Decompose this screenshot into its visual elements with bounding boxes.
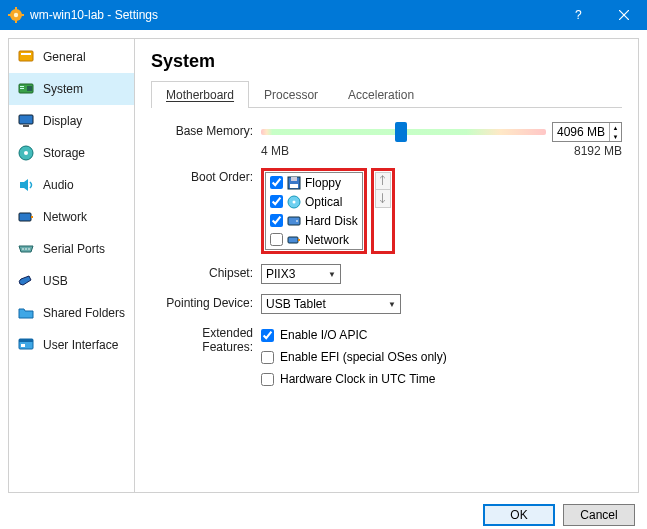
boot-floppy-checkbox[interactable] xyxy=(270,176,283,189)
svg-point-33 xyxy=(296,220,298,222)
boot-item-label: Optical xyxy=(305,195,342,209)
pointing-combo[interactable]: USB Tablet ▼ xyxy=(261,294,401,314)
svg-rect-29 xyxy=(290,184,298,188)
svg-rect-32 xyxy=(288,217,300,225)
serial-icon xyxy=(17,240,35,258)
slider-thumb[interactable] xyxy=(395,122,407,142)
svg-rect-34 xyxy=(288,237,298,243)
svg-rect-15 xyxy=(19,115,33,124)
sidebar-item-usb[interactable]: USB xyxy=(9,265,134,297)
sidebar-item-network[interactable]: Network xyxy=(9,201,134,233)
chevron-down-icon: ▼ xyxy=(328,270,336,279)
extended-label: Extended Features: xyxy=(151,324,261,354)
memory-value: 4096 MB xyxy=(557,125,605,139)
close-button[interactable] xyxy=(601,0,647,30)
efi-checkbox[interactable] xyxy=(261,351,274,364)
ok-button[interactable]: OK xyxy=(483,504,555,526)
memory-min-label: 4 MB xyxy=(261,144,289,158)
utc-label: Hardware Clock in UTC Time xyxy=(280,372,435,386)
row-pointing: Pointing Device: USB Tablet ▼ xyxy=(151,294,622,314)
sidebar-item-label: User Interface xyxy=(43,338,118,352)
cancel-button[interactable]: Cancel xyxy=(563,504,635,526)
utc-checkbox[interactable] xyxy=(261,373,274,386)
feature-ioapic[interactable]: Enable I/O APIC xyxy=(261,324,622,346)
feature-utc[interactable]: Hardware Clock in UTC Time xyxy=(261,368,622,390)
sidebar-item-shared-folders[interactable]: Shared Folders xyxy=(9,297,134,329)
harddisk-icon xyxy=(287,214,301,228)
sidebar-item-label: General xyxy=(43,50,86,64)
row-chipset: Chipset: PIIX3 ▼ xyxy=(151,264,622,284)
spin-buttons[interactable]: ▲▼ xyxy=(609,123,621,141)
svg-point-1 xyxy=(14,13,18,17)
svg-rect-25 xyxy=(19,339,33,342)
sidebar-item-serial-ports[interactable]: Serial Ports xyxy=(9,233,134,265)
boot-optical-checkbox[interactable] xyxy=(270,195,283,208)
boot-harddisk-checkbox[interactable] xyxy=(270,214,283,227)
sidebar-item-storage[interactable]: Storage xyxy=(9,137,134,169)
pointing-label: Pointing Device: xyxy=(151,294,261,310)
svg-rect-9 xyxy=(19,51,33,61)
tab-acceleration[interactable]: Acceleration xyxy=(333,81,429,108)
chipset-value: PIIX3 xyxy=(266,267,295,281)
memory-spinbox[interactable]: 4096 MB ▲▼ xyxy=(552,122,622,142)
sidebar-item-label: USB xyxy=(43,274,68,288)
boot-move-down[interactable]: 🡓 xyxy=(375,190,391,208)
help-button[interactable]: ? xyxy=(555,0,601,30)
storage-icon xyxy=(17,144,35,162)
svg-rect-16 xyxy=(23,125,29,127)
boot-item-optical[interactable]: Optical xyxy=(266,192,362,211)
efi-label: Enable EFI (special OSes only) xyxy=(280,350,447,364)
display-icon xyxy=(17,112,35,130)
tab-motherboard[interactable]: Motherboard xyxy=(151,81,249,108)
ioapic-checkbox[interactable] xyxy=(261,329,274,342)
svg-rect-28 xyxy=(291,177,297,181)
boot-item-floppy[interactable]: Floppy xyxy=(266,173,362,192)
chipset-label: Chipset: xyxy=(151,264,261,280)
sidebar-item-label: System xyxy=(43,82,83,96)
svg-rect-19 xyxy=(19,213,31,221)
sidebar-item-label: Serial Ports xyxy=(43,242,105,256)
sidebar-item-user-interface[interactable]: User Interface xyxy=(9,329,134,361)
svg-point-22 xyxy=(25,248,27,250)
page-heading: System xyxy=(151,51,622,72)
network-icon xyxy=(17,208,35,226)
svg-rect-10 xyxy=(21,53,31,55)
boot-order-label: Boot Order: xyxy=(151,168,261,184)
svg-point-31 xyxy=(293,200,296,203)
sidebar-item-label: Shared Folders xyxy=(43,306,125,320)
sidebar-item-system[interactable]: System xyxy=(9,73,134,105)
svg-rect-12 xyxy=(20,86,24,87)
network-small-icon xyxy=(287,233,301,247)
memory-slider[interactable] xyxy=(261,123,546,141)
system-icon xyxy=(17,80,35,98)
sidebar: General System Display Storage Audio Net… xyxy=(9,39,135,492)
row-extended: Extended Features: Enable I/O APIC Enabl… xyxy=(151,324,622,390)
sidebar-item-audio[interactable]: Audio xyxy=(9,169,134,201)
boot-item-network[interactable]: Network xyxy=(266,230,362,249)
audio-icon xyxy=(17,176,35,194)
feature-efi[interactable]: Enable EFI (special OSes only) xyxy=(261,346,622,368)
row-base-memory: Base Memory: 4096 MB ▲▼ 4 MB 8192 MB xyxy=(151,122,622,158)
svg-rect-14 xyxy=(27,86,32,91)
sidebar-item-general[interactable]: General xyxy=(9,41,134,73)
sidebar-item-label: Network xyxy=(43,210,87,224)
dialog-footer: OK Cancel xyxy=(0,493,647,529)
content: General System Display Storage Audio Net… xyxy=(8,38,639,493)
floppy-icon xyxy=(287,176,301,190)
tab-processor[interactable]: Processor xyxy=(249,81,333,108)
boot-item-label: Floppy xyxy=(305,176,341,190)
sidebar-item-display[interactable]: Display xyxy=(9,105,134,137)
boot-move-up[interactable]: 🡑 xyxy=(375,172,391,190)
row-boot-order: Boot Order: Floppy xyxy=(151,168,622,254)
sidebar-item-label: Storage xyxy=(43,146,85,160)
boot-network-checkbox[interactable] xyxy=(270,233,283,246)
boot-item-harddisk[interactable]: Hard Disk xyxy=(266,211,362,230)
optical-icon xyxy=(287,195,301,209)
boot-order-list[interactable]: Floppy Optical Hard Disk xyxy=(265,172,363,250)
boot-order-highlight: Floppy Optical Hard Disk xyxy=(261,168,367,254)
chipset-combo[interactable]: PIIX3 ▼ xyxy=(261,264,341,284)
svg-rect-26 xyxy=(21,344,25,347)
boot-item-label: Hard Disk xyxy=(305,214,358,228)
svg-point-18 xyxy=(24,151,28,155)
svg-text:?: ? xyxy=(575,9,582,21)
